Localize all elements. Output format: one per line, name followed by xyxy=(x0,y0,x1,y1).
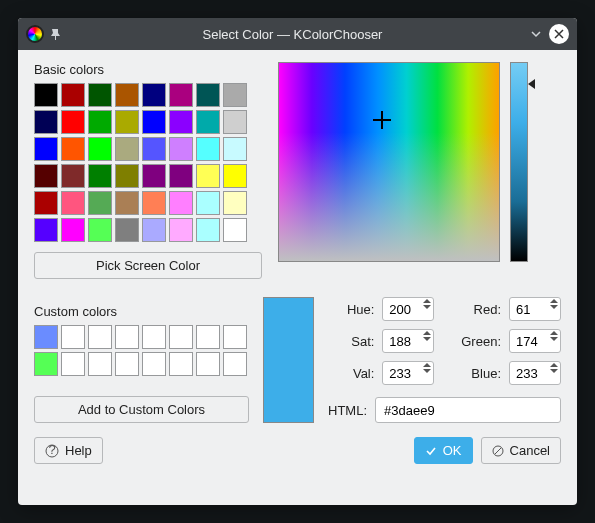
basic-swatch[interactable] xyxy=(223,191,247,215)
basic-swatch[interactable] xyxy=(142,110,166,134)
basic-swatch[interactable] xyxy=(88,137,112,161)
value-slider[interactable] xyxy=(510,62,528,262)
spin-up-icon[interactable] xyxy=(550,331,558,335)
basic-swatch[interactable] xyxy=(142,191,166,215)
basic-swatch[interactable] xyxy=(115,110,139,134)
basic-swatch[interactable] xyxy=(88,164,112,188)
spin-up-icon[interactable] xyxy=(423,363,431,367)
basic-swatch[interactable] xyxy=(88,110,112,134)
basic-swatch[interactable] xyxy=(34,110,58,134)
spin-up-icon[interactable] xyxy=(423,299,431,303)
basic-swatch[interactable] xyxy=(169,218,193,242)
spin-down-icon[interactable] xyxy=(423,305,431,309)
basic-swatch[interactable] xyxy=(34,218,58,242)
cancel-icon xyxy=(492,445,504,457)
svg-text:?: ? xyxy=(48,444,55,457)
basic-swatch[interactable] xyxy=(223,137,247,161)
basic-swatch[interactable] xyxy=(34,164,58,188)
basic-swatch[interactable] xyxy=(34,191,58,215)
custom-swatch[interactable] xyxy=(61,352,85,376)
basic-swatch[interactable] xyxy=(142,218,166,242)
spin-up-icon[interactable] xyxy=(423,331,431,335)
basic-swatch[interactable] xyxy=(115,164,139,188)
basic-swatch[interactable] xyxy=(142,83,166,107)
basic-swatch[interactable] xyxy=(61,137,85,161)
basic-swatch[interactable] xyxy=(115,83,139,107)
custom-swatch[interactable] xyxy=(196,325,220,349)
ok-button[interactable]: OK xyxy=(414,437,473,464)
basic-swatch[interactable] xyxy=(169,191,193,215)
basic-swatch[interactable] xyxy=(196,164,220,188)
custom-swatch[interactable] xyxy=(34,352,58,376)
basic-swatch[interactable] xyxy=(223,110,247,134)
basic-swatch[interactable] xyxy=(196,83,220,107)
basic-swatch[interactable] xyxy=(34,83,58,107)
custom-swatch[interactable] xyxy=(115,352,139,376)
basic-swatch[interactable] xyxy=(88,218,112,242)
basic-swatch[interactable] xyxy=(169,83,193,107)
basic-swatch[interactable] xyxy=(34,137,58,161)
close-icon[interactable] xyxy=(549,24,569,44)
custom-swatch[interactable] xyxy=(142,352,166,376)
custom-swatch[interactable] xyxy=(88,352,112,376)
basic-swatch[interactable] xyxy=(142,137,166,161)
custom-swatch[interactable] xyxy=(34,325,58,349)
basic-swatch[interactable] xyxy=(223,164,247,188)
check-icon xyxy=(425,445,437,457)
slider-handle-icon[interactable] xyxy=(528,79,535,89)
minimize-icon[interactable] xyxy=(529,27,543,41)
basic-swatch[interactable] xyxy=(169,137,193,161)
basic-swatch[interactable] xyxy=(61,164,85,188)
basic-swatch[interactable] xyxy=(115,191,139,215)
custom-swatch[interactable] xyxy=(169,325,193,349)
help-button[interactable]: ? Help xyxy=(34,437,103,464)
basic-swatch[interactable] xyxy=(61,83,85,107)
hue-label: Hue: xyxy=(328,302,374,317)
custom-swatch[interactable] xyxy=(196,352,220,376)
basic-swatch[interactable] xyxy=(196,218,220,242)
basic-swatch[interactable] xyxy=(61,218,85,242)
color-dialog: Select Color — KColorChooser Basic color… xyxy=(18,18,577,505)
pin-icon[interactable] xyxy=(50,28,62,40)
cancel-button[interactable]: Cancel xyxy=(481,437,561,464)
color-preview xyxy=(263,297,314,423)
basic-swatch[interactable] xyxy=(223,83,247,107)
spin-down-icon[interactable] xyxy=(550,337,558,341)
basic-swatch[interactable] xyxy=(88,191,112,215)
basic-swatch[interactable] xyxy=(115,218,139,242)
basic-swatch[interactable] xyxy=(169,164,193,188)
custom-swatch[interactable] xyxy=(115,325,139,349)
html-input[interactable] xyxy=(375,397,561,423)
spin-up-icon[interactable] xyxy=(550,299,558,303)
pick-screen-color-button[interactable]: Pick Screen Color xyxy=(34,252,262,279)
svg-line-3 xyxy=(495,448,501,454)
custom-swatch[interactable] xyxy=(223,325,247,349)
spin-down-icon[interactable] xyxy=(550,305,558,309)
custom-swatch[interactable] xyxy=(169,352,193,376)
spin-down-icon[interactable] xyxy=(423,337,431,341)
cancel-button-label: Cancel xyxy=(510,443,550,458)
basic-swatch[interactable] xyxy=(196,191,220,215)
basic-swatch[interactable] xyxy=(115,137,139,161)
basic-swatch[interactable] xyxy=(61,110,85,134)
custom-swatch[interactable] xyxy=(88,325,112,349)
spin-down-icon[interactable] xyxy=(423,369,431,373)
custom-swatch[interactable] xyxy=(61,325,85,349)
help-button-label: Help xyxy=(65,443,92,458)
basic-swatch[interactable] xyxy=(61,191,85,215)
basic-swatch[interactable] xyxy=(223,218,247,242)
add-custom-button[interactable]: Add to Custom Colors xyxy=(34,396,249,423)
basic-swatch[interactable] xyxy=(142,164,166,188)
basic-swatch[interactable] xyxy=(169,110,193,134)
basic-swatch[interactable] xyxy=(196,110,220,134)
help-icon: ? xyxy=(45,444,59,458)
dialog-content: Basic colors Pick Screen Color Custom co… xyxy=(18,50,577,505)
crosshair-icon xyxy=(373,111,391,129)
spin-up-icon[interactable] xyxy=(550,363,558,367)
custom-swatch[interactable] xyxy=(142,325,166,349)
hue-saturation-field[interactable] xyxy=(278,62,500,262)
custom-swatch[interactable] xyxy=(223,352,247,376)
basic-swatch[interactable] xyxy=(196,137,220,161)
basic-swatch[interactable] xyxy=(88,83,112,107)
spin-down-icon[interactable] xyxy=(550,369,558,373)
